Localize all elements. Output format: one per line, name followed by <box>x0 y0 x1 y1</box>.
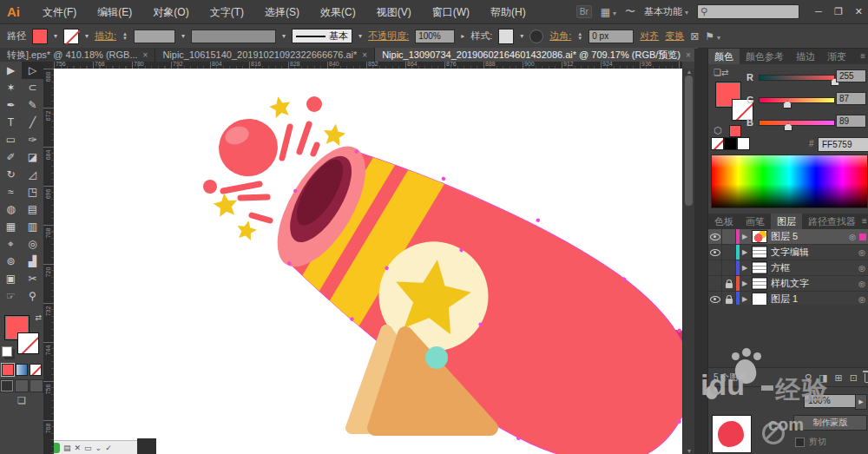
scale-tool[interactable]: ◿ <box>22 166 43 183</box>
blend-tool[interactable]: ◎ <box>22 235 43 253</box>
panel-menu-icon[interactable]: ≡ <box>862 214 868 229</box>
pen-tool[interactable]: ✒ <box>0 96 22 114</box>
fill-swatch[interactable] <box>32 29 48 44</box>
lock-toggle[interactable] <box>722 245 736 260</box>
transparency-opacity-field[interactable]: 100% <box>804 394 858 408</box>
channel-slider[interactable] <box>759 120 835 126</box>
color-mode-button[interactable] <box>2 364 14 376</box>
visibility-toggle[interactable] <box>708 229 722 244</box>
menu-item-0[interactable]: 文件(F) <box>32 1 87 23</box>
preferences-flag-icon[interactable]: ⚑▾ <box>705 30 720 43</box>
tab-panel-2[interactable]: 图层 <box>771 214 802 229</box>
target-icon[interactable]: ◎ <box>855 248 868 257</box>
stroke-weight-field[interactable] <box>134 30 175 43</box>
panel-menu-icon[interactable]: ≡ <box>860 49 868 64</box>
visibility-toggle[interactable] <box>708 245 722 260</box>
stroke-weight-stepper[interactable]: ▲▼ <box>122 32 128 41</box>
proxy-swap-icon[interactable]: ❏⇄ <box>713 68 728 77</box>
eyedropper-tool[interactable]: ⌖ <box>0 235 22 253</box>
expand-icon[interactable]: ▶ <box>740 295 750 303</box>
shape-builder-tool[interactable]: ◍ <box>0 201 22 218</box>
scrollbar-thumb[interactable] <box>685 76 693 206</box>
channel-value-field[interactable]: 255 <box>836 69 866 82</box>
stroke-swatch[interactable] <box>63 29 79 44</box>
transform-link[interactable]: 变换 <box>665 30 684 43</box>
recolor-artwork-icon[interactable] <box>529 30 543 43</box>
width-tool[interactable]: ≈ <box>0 183 22 201</box>
gradient-tool[interactable]: ▥ <box>22 218 43 235</box>
target-icon[interactable]: ◎ <box>855 295 868 304</box>
artboard-tool[interactable]: ▣ <box>0 270 22 287</box>
document-tab-0[interactable]: 转换].eps* @ 410.18% (RGB...× <box>0 48 155 62</box>
tab-color-1[interactable]: 颜色参考 <box>740 49 790 64</box>
channel-value-field[interactable]: 89 <box>836 115 866 128</box>
align-link[interactable]: 对齐 <box>640 30 659 43</box>
menu-item-2[interactable]: 对象(O) <box>142 1 199 23</box>
hand-tool[interactable]: ☞ <box>0 287 22 305</box>
transparency-opacity-arrow[interactable]: ▶ <box>855 394 867 410</box>
stroke-color-proxy[interactable] <box>17 332 39 354</box>
white-swatch[interactable] <box>737 137 750 150</box>
lock-toggle[interactable] <box>722 276 736 291</box>
tab-close-icon[interactable]: × <box>686 50 691 60</box>
symbol-sprayer-tool[interactable]: ⊚ <box>0 253 22 270</box>
selection-tool[interactable]: ▶ <box>0 62 22 79</box>
default-swatches-icon[interactable] <box>2 346 12 357</box>
document-tab-1[interactable]: Nipic_10615140_20191021092322666676.ai*× <box>155 48 375 62</box>
make-mask-button[interactable]: 制作蒙版 <box>793 415 867 431</box>
black-swatch[interactable] <box>724 137 737 150</box>
clip-checkbox[interactable] <box>795 438 805 447</box>
tab-color-0[interactable]: 颜色 <box>708 49 740 64</box>
bridge-button[interactable]: Br <box>576 5 592 18</box>
mesh-tool[interactable]: ▦ <box>0 218 22 235</box>
tab-color-2[interactable]: 描边 <box>790 49 821 64</box>
new-sublayer-icon[interactable]: ⊞ <box>835 372 843 384</box>
channel-value-field[interactable]: 87 <box>836 92 866 105</box>
type-tool[interactable]: T <box>0 114 22 131</box>
corner-link[interactable]: 边角: <box>549 30 571 43</box>
lasso-tool[interactable]: ⊂ <box>22 79 43 96</box>
gamut-warning-icon[interactable]: ⬡ <box>713 125 722 136</box>
tab-close-icon[interactable]: × <box>143 50 148 60</box>
lock-toggle[interactable] <box>722 229 736 244</box>
channel-slider[interactable] <box>759 97 835 103</box>
tab-panel-1[interactable]: 画笔 <box>740 214 771 229</box>
menu-item-7[interactable]: 窗口(W) <box>422 1 480 23</box>
menu-item-6[interactable]: 视图(V) <box>366 1 422 23</box>
tab-close-icon[interactable]: × <box>362 50 367 60</box>
layer-row-1[interactable]: ▶文字编辑◎ <box>708 245 868 260</box>
style-swatch[interactable] <box>498 29 514 44</box>
draw-normal-button[interactable] <box>0 379 14 392</box>
rectangle-tool[interactable]: ▭ <box>0 131 22 148</box>
document-tab-2[interactable]: Nipic_13090734_20190602164601432086.ai* … <box>375 48 699 62</box>
app-logo[interactable]: Ai <box>7 4 20 19</box>
draw-inside-button[interactable] <box>30 379 43 392</box>
vertical-scrollbar[interactable]: ▲ ▼ <box>682 69 695 454</box>
screen-mode-button[interactable]: ❏ <box>0 395 43 406</box>
artboard-canvas[interactable]: ▤✕▭⌄✓ <box>54 69 682 454</box>
opacity-field[interactable]: 100% <box>415 30 455 43</box>
zoom-tool[interactable]: ⚲ <box>22 287 43 305</box>
delete-layer-icon[interactable] <box>865 373 868 383</box>
target-icon[interactable]: ◎ <box>855 280 868 288</box>
layer-row-0[interactable]: ▶图层 5◎ <box>708 229 868 245</box>
expand-icon[interactable]: ▶ <box>740 248 750 256</box>
menu-item-1[interactable]: 编辑(E) <box>87 1 142 23</box>
none-swatch[interactable] <box>711 137 724 150</box>
arrange-documents-icon[interactable]: ▦▾ <box>601 6 616 18</box>
variable-width-profile[interactable] <box>191 30 276 43</box>
lock-toggle[interactable] <box>722 260 736 275</box>
corner-field[interactable]: 0 px <box>589 30 634 43</box>
expand-icon[interactable]: ▶ <box>740 280 750 287</box>
gamut-color-swatch[interactable] <box>729 125 741 137</box>
eraser-tool[interactable]: ◪ <box>22 148 43 166</box>
isolate-icon[interactable]: ⊠ <box>690 30 699 43</box>
tab-panel-0[interactable]: 色板 <box>708 214 740 229</box>
slice-tool[interactable]: ✂ <box>22 270 43 287</box>
layer-row-3[interactable]: ▶样机文字◎ <box>708 276 868 292</box>
new-layer-icon[interactable]: ⊡ <box>850 372 858 384</box>
search-input[interactable]: ⚲ <box>697 4 799 19</box>
magic-wand-tool[interactable]: ✶ <box>0 79 22 96</box>
draw-behind-button[interactable] <box>15 379 29 392</box>
target-icon[interactable]: ◎ <box>855 264 868 273</box>
